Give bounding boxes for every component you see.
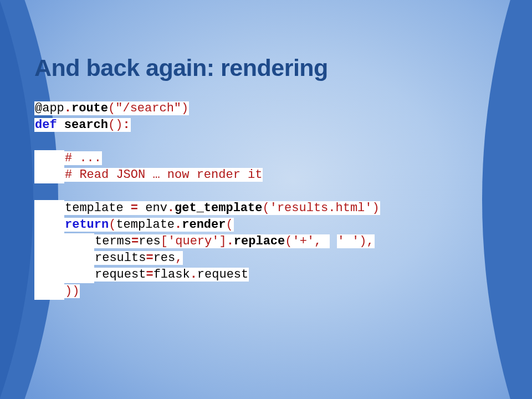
code-line-6: return(template.render(	[34, 217, 511, 233]
code-line-2: def search():	[34, 117, 511, 134]
code-blank-2	[34, 183, 511, 200]
code-blank-1	[34, 134, 511, 150]
code-line-1: @app.route("/search")	[34, 100, 511, 117]
code-line-3: # ...	[34, 150, 511, 167]
code-line-5: template = env.get_template('results.htm…	[34, 200, 511, 217]
slide-title: And back again: rendering	[34, 54, 511, 81]
code-line-4: # Read JSON … now render it	[34, 167, 511, 183]
code-line-8: results=res,	[34, 250, 511, 267]
slide-content: And back again: rendering @app.route("/s…	[34, 54, 511, 300]
code-line-10: ))	[34, 283, 511, 300]
code-line-7: terms=res['query'].replace('+', ' '),	[34, 233, 511, 250]
code-block: @app.route("/search") def search(): # ..…	[34, 100, 511, 300]
code-line-9: request=flask.request	[34, 267, 511, 283]
